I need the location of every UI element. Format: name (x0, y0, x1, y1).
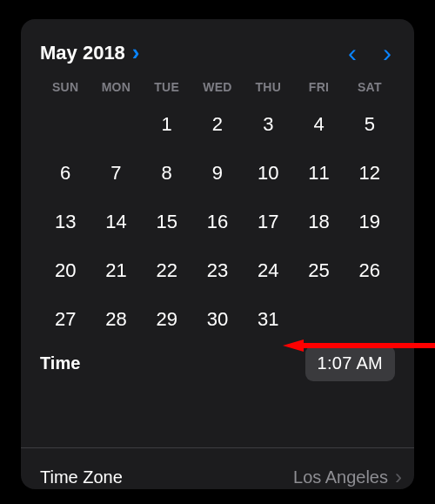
calendar-day[interactable]: 18 (293, 200, 344, 244)
calendar-day-empty (40, 103, 90, 146)
weekday-label: SAT (345, 80, 395, 94)
calendar-day[interactable]: 27 (40, 298, 90, 341)
weekday-label: MON (90, 80, 141, 94)
calendar-day[interactable]: 5 (345, 103, 395, 146)
weekday-label: TUE (142, 80, 192, 94)
calendar-day[interactable]: 15 (142, 200, 192, 244)
calendar-day[interactable]: 19 (345, 200, 395, 244)
calendar-day[interactable]: 13 (40, 200, 90, 244)
calendar-day[interactable]: 25 (293, 249, 344, 292)
month-year-label: May 2018 (40, 42, 125, 64)
date-time-picker-card: May 2018 › ‹ › SUN MON TUE WED THU FRI S… (21, 19, 414, 489)
calendar-day[interactable]: 14 (90, 200, 141, 244)
divider (21, 447, 414, 448)
time-value-button[interactable]: 1:07 AM (305, 346, 395, 381)
calendar-day[interactable]: 8 (142, 151, 192, 195)
calendar-day[interactable]: 26 (345, 249, 395, 292)
weekday-label: THU (243, 80, 293, 94)
calendar-day[interactable]: 31 (243, 298, 293, 341)
time-row: Time 1:07 AM (40, 350, 395, 393)
calendar-day[interactable]: 6 (40, 151, 90, 195)
calendar-day[interactable]: 4 (293, 103, 344, 146)
calendar-day[interactable]: 30 (192, 298, 243, 341)
time-zone-value-wrap: Los Angeles › (293, 467, 402, 487)
calendar-day[interactable]: 1 (142, 103, 192, 146)
time-zone-row[interactable]: Time Zone Los Angeles › (40, 453, 402, 501)
month-nav: ‹ › (348, 40, 395, 66)
calendar-day[interactable]: 22 (142, 249, 192, 292)
calendar-day[interactable]: 24 (243, 249, 293, 292)
time-label: Time (40, 353, 80, 373)
prev-month-button[interactable]: ‹ (348, 40, 357, 66)
calendar-grid: 1234567891011121314151617181920212223242… (40, 103, 395, 341)
calendar-day[interactable]: 17 (243, 200, 293, 244)
calendar-day[interactable]: 16 (192, 200, 243, 244)
calendar-day[interactable]: 2 (192, 103, 243, 146)
calendar-day[interactable]: 10 (243, 151, 293, 195)
chevron-right-icon: › (132, 41, 140, 64)
calendar-day[interactable]: 9 (192, 151, 243, 195)
calendar-day[interactable]: 12 (345, 151, 395, 195)
calendar-day[interactable]: 7 (90, 151, 141, 195)
weekday-label: SUN (40, 80, 90, 94)
next-month-button[interactable]: › (383, 40, 392, 66)
calendar-day[interactable]: 11 (293, 151, 344, 195)
chevron-right-icon: › (395, 467, 402, 487)
calendar-day[interactable]: 23 (192, 249, 243, 292)
calendar-day[interactable]: 3 (243, 103, 293, 146)
weekday-label: WED (192, 80, 243, 94)
time-zone-label: Time Zone (40, 467, 123, 487)
calendar-day[interactable]: 28 (90, 298, 141, 341)
weekday-header: SUN MON TUE WED THU FRI SAT (40, 80, 395, 94)
time-zone-value: Los Angeles (293, 467, 388, 487)
month-year-button[interactable]: May 2018 › (40, 42, 140, 64)
calendar-day[interactable]: 29 (142, 298, 192, 341)
calendar-header: May 2018 › ‹ › (40, 38, 395, 68)
calendar-day-empty (90, 103, 141, 146)
calendar-day[interactable]: 20 (40, 249, 90, 292)
calendar-day[interactable]: 21 (90, 249, 141, 292)
weekday-label: FRI (293, 80, 344, 94)
